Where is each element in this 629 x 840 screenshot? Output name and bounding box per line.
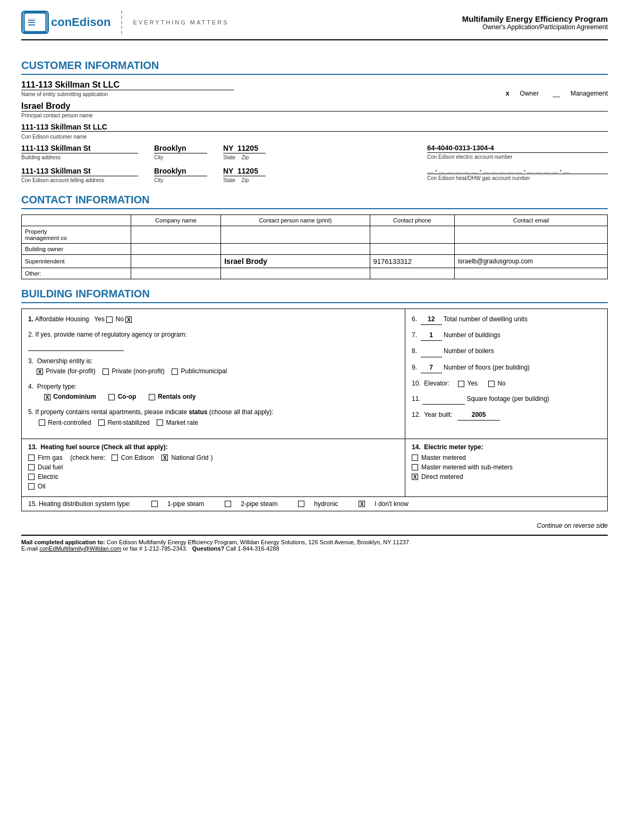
billing-address-label: Con Edison account billing address xyxy=(21,177,138,183)
building-left-col: 1. Affordable Housing Yes No 2. If yes, … xyxy=(22,309,405,439)
building-item-3: 3. Ownership entity is: Private (for-pro… xyxy=(28,356,398,376)
building-item-2: 2. If yes, provide name of regulatory ag… xyxy=(28,330,398,350)
gas-account-value: __ - __ __ __ __ __ - __ __ __ __ __ - _… xyxy=(427,167,608,174)
contact-name-label: Principal contact person name xyxy=(21,113,608,118)
item11-value xyxy=(422,394,465,405)
logo-text: conEdison xyxy=(51,15,110,29)
heating-left: 13. Heating fuel source (Check all that … xyxy=(22,439,405,496)
footer-questions-label: Questions? xyxy=(192,545,225,552)
owner-checkbox-x: x xyxy=(506,90,509,97)
direct-metered-checkbox[interactable] xyxy=(412,474,418,480)
con-edison-checkbox[interactable] xyxy=(112,455,118,461)
building-address-label: Building address xyxy=(21,155,138,160)
row-label-building-owner: Building owner xyxy=(22,244,131,255)
item3-public-checkbox[interactable] xyxy=(172,368,178,375)
oil-checkbox[interactable] xyxy=(28,483,35,490)
item5-rent-controlled-checkbox[interactable] xyxy=(39,419,45,426)
building-item-9: 9. 7 Number of floors (per building) xyxy=(412,363,601,373)
contact-company-other xyxy=(131,268,221,279)
item2-value xyxy=(28,340,124,350)
contact-section-header: CONTACT INFORMATION xyxy=(21,194,608,209)
pipe1-checkbox[interactable] xyxy=(151,501,158,507)
dont-know-label: I don't know xyxy=(375,500,409,508)
building-address-row: 111-113 Skillman St Building address Bro… xyxy=(21,144,608,162)
footer-email-link[interactable]: conEdMultifamily@Willdan.com xyxy=(39,545,121,552)
national-grid-checkbox[interactable] xyxy=(162,455,168,461)
contact-person-building-owner xyxy=(221,244,370,255)
billing-city-field: Brooklyn City xyxy=(154,167,207,183)
item11-num: 11. xyxy=(412,395,421,402)
item5-market-rate-checkbox[interactable] xyxy=(157,419,163,426)
master-metered-checkbox[interactable] xyxy=(412,455,418,461)
dual-fuel-checkbox[interactable] xyxy=(28,464,35,470)
row-label-property-mgmt: Propertymanagement co xyxy=(22,226,131,244)
billing-state-zip-value: NY 11205 xyxy=(223,167,266,176)
contact-col-blank xyxy=(22,215,131,226)
continue-text: Continue on reverse side xyxy=(21,522,608,529)
contact-name-value: Israel Brody xyxy=(21,101,608,112)
item5-rent-stabilized-label: Rent-stabilized xyxy=(107,419,149,426)
electric-account-label: Con Edison electric account number xyxy=(427,154,608,160)
item5-label: 5. If property contains rental apartment… xyxy=(28,408,274,416)
conedison-name-label: Con Edison customer name xyxy=(21,134,608,140)
item4-label: 4. Property type: xyxy=(28,383,76,390)
logo-area: ≡ conEdison xyxy=(21,11,122,34)
item10-yes-checkbox[interactable] xyxy=(458,381,464,387)
row-label-superintendent: Superintendent xyxy=(22,255,131,268)
hydronic-checkbox[interactable] xyxy=(298,501,304,507)
heating-dual-fuel: Dual fuel xyxy=(28,464,398,471)
owner-mgmt-group: x Owner __ Management xyxy=(506,90,608,97)
heating-firm-gas: Firm gas (check here: Con Edison Nationa… xyxy=(28,454,398,461)
pipe2-label: 2-pipe steam xyxy=(241,500,277,508)
item4-rentals-label: Rentals only xyxy=(158,393,196,400)
contact-company-property-mgmt xyxy=(131,226,221,244)
contact-row-building-owner: Building owner xyxy=(22,244,608,255)
footer-mail-text: Con Edison Multifamily Energy Efficiency… xyxy=(107,539,409,545)
building-info-grid: 1. Affordable Housing Yes No 2. If yes, … xyxy=(21,308,608,439)
item10-no-label: No xyxy=(497,380,505,387)
building-state-zip: NY 11205 State Zip xyxy=(223,144,266,160)
program-sub: Owner's Application/Participation Agreem… xyxy=(462,23,608,31)
building-address-value: 111-113 Skillman St xyxy=(21,144,138,153)
item4-rentals-checkbox[interactable] xyxy=(149,394,155,400)
contact-phone-building-owner xyxy=(370,244,455,255)
contact-company-building-owner xyxy=(131,244,221,255)
electric-checkbox[interactable] xyxy=(28,474,35,480)
master-sub-checkbox[interactable] xyxy=(412,464,418,470)
entity-name-label: Name of entity submitting application xyxy=(21,91,234,97)
entity-name-value: 111-113 Skillman St LLC xyxy=(21,80,234,90)
logo-section: ≡ conEdison EVERYTHING MATTERS xyxy=(21,11,229,34)
building-item-1: 1. Affordable Housing Yes No xyxy=(28,314,398,324)
item3-private-nonprofit-checkbox[interactable] xyxy=(103,368,109,375)
check-here-label: (check here: xyxy=(70,454,105,461)
item5-market-rate-label: Market rate xyxy=(166,419,198,426)
building-item-7: 7. 1 Number of buildings xyxy=(412,330,601,341)
item5-rent-stabilized-checkbox[interactable] xyxy=(98,419,105,426)
building-address-field: 111-113 Skillman St Building address xyxy=(21,144,138,160)
item3-private-profit-checkbox[interactable] xyxy=(37,368,43,375)
item1-yes-checkbox[interactable] xyxy=(106,316,113,323)
item9-num: 9. xyxy=(412,364,419,371)
item1-no-checkbox[interactable] xyxy=(125,316,132,323)
owner-spacer: __ xyxy=(549,90,560,97)
pipe2-checkbox[interactable] xyxy=(225,501,231,507)
item6-label: Total number of dwelling units xyxy=(444,315,528,323)
firm-gas-checkbox[interactable] xyxy=(28,455,35,461)
dont-know-checkbox[interactable] xyxy=(359,501,365,507)
item4-condo-checkbox[interactable] xyxy=(44,394,50,400)
contact-email-building-owner xyxy=(455,244,608,255)
billing-address-field: 111-113 Skillman St Con Edison account b… xyxy=(21,167,138,183)
item7-num: 7. xyxy=(412,331,419,339)
item3-label: 3. Ownership entity is: xyxy=(28,357,92,365)
contact-row-property-mgmt: Propertymanagement co xyxy=(22,226,608,244)
contact-phone-other xyxy=(370,268,455,279)
billing-address-row: 111-113 Skillman St Con Edison account b… xyxy=(21,167,608,185)
item9-label: Number of floors (per building) xyxy=(444,364,530,371)
item4-coop-checkbox[interactable] xyxy=(108,394,115,400)
item11-label: Square footage (per building) xyxy=(466,395,549,402)
customer-section-header: CUSTOMER INFORMATION xyxy=(21,59,608,75)
gas-account-label: Con Edison heat/DHW gas account number xyxy=(427,175,608,181)
item10-no-checkbox[interactable] xyxy=(488,381,495,387)
building-section-header: BUILDING INFORMATION xyxy=(21,288,608,303)
billing-city-value: Brooklyn xyxy=(154,167,207,176)
